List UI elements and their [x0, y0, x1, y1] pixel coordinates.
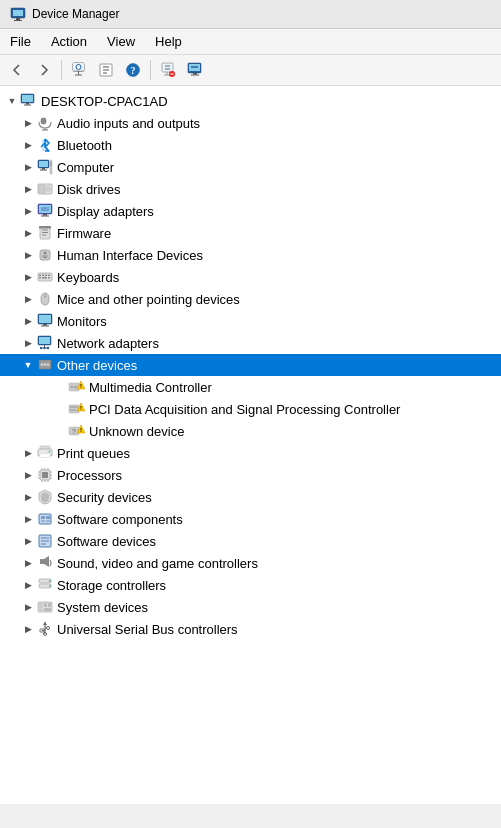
device-tree[interactable]: ▼ DESKTOP-CPAC1AD ▶ Audio inputs and out… [0, 86, 501, 804]
display-label: Display adapters [57, 204, 154, 219]
tree-node-hid[interactable]: ▶ Human Interface Devices [0, 244, 501, 266]
expand-computer[interactable]: ▶ [20, 159, 36, 175]
toolbar-btn-remove[interactable] [155, 58, 181, 82]
expand-display[interactable]: ▶ [20, 203, 36, 219]
tree-node-storage[interactable]: ▶ Storage controllers [0, 574, 501, 596]
expand-disk[interactable]: ▶ [20, 181, 36, 197]
keyboard-label: Keyboards [57, 270, 119, 285]
expand-storage[interactable]: ▶ [20, 577, 36, 593]
toolbar-btn-help[interactable]: ? [120, 58, 146, 82]
svg-point-85 [47, 363, 50, 366]
tree-node-security[interactable]: ▶ Security devices [0, 486, 501, 508]
tree-node-computer[interactable]: ▶ Computer [0, 156, 501, 178]
svg-rect-73 [43, 324, 47, 326]
tree-node-print[interactable]: ▶ Print queues [0, 442, 501, 464]
tree-node-usb[interactable]: ▶ Universal Serial Bus controllers [0, 618, 501, 640]
svg-rect-134 [44, 603, 47, 607]
tree-node-keyboard[interactable]: ▶ Keyboards [0, 266, 501, 288]
disk-label: Disk drives [57, 182, 121, 197]
firmware-label: Firmware [57, 226, 111, 241]
tree-node-sound[interactable]: ▶ Sound, video and game controllers [0, 552, 501, 574]
menu-view[interactable]: View [97, 31, 145, 52]
expand-security[interactable]: ▶ [20, 489, 36, 505]
icon-pci-warning: ! [68, 401, 86, 417]
tree-node-multimedia[interactable]: ! Multimedia Controller [0, 376, 501, 398]
icon-sound [36, 555, 54, 571]
hid-label: Human Interface Devices [57, 248, 203, 263]
expand-other[interactable]: ▼ [20, 357, 36, 373]
expand-monitors[interactable]: ▶ [20, 313, 36, 329]
expand-processors[interactable]: ▶ [20, 467, 36, 483]
tree-node-softdev[interactable]: ▶ Software devices [0, 530, 501, 552]
expand-softdev[interactable]: ▶ [20, 533, 36, 549]
tree-node-bluetooth[interactable]: ▶ Bluetooth [0, 134, 501, 156]
tree-node-network[interactable]: ▶ Network adapters [0, 332, 501, 354]
tree-node-display[interactable]: ▶ Display adapters [0, 200, 501, 222]
expand-hid[interactable]: ▶ [20, 247, 36, 263]
icon-bluetooth [36, 137, 54, 153]
svg-text:!: ! [80, 383, 82, 389]
svg-rect-49 [41, 216, 49, 217]
toolbar-btn-props[interactable] [93, 58, 119, 82]
svg-rect-38 [42, 168, 45, 170]
svg-text:!: ! [80, 427, 82, 433]
tree-node-monitors[interactable]: ▶ Monitors [0, 310, 501, 332]
expand-bluetooth[interactable]: ▶ [20, 137, 36, 153]
expand-print[interactable]: ▶ [20, 445, 36, 461]
expand-system[interactable]: ▶ [20, 599, 36, 615]
svg-rect-25 [193, 73, 197, 75]
back-button[interactable] [4, 58, 30, 82]
mice-label: Mice and other pointing devices [57, 292, 240, 307]
title-bar: Device Manager [0, 0, 501, 29]
tree-node-mice[interactable]: ▶ Mice and other pointing devices [0, 288, 501, 310]
expand-softcomp[interactable]: ▶ [20, 511, 36, 527]
svg-rect-64 [45, 275, 47, 277]
tree-node-processors[interactable]: ▶ Processors [0, 464, 501, 486]
svg-rect-127 [40, 559, 44, 564]
forward-button[interactable] [31, 58, 57, 82]
toolbar-btn-refresh[interactable] [66, 58, 92, 82]
icon-unknown-warning: ? ! [68, 423, 86, 439]
tree-node-system[interactable]: ▶ System devices [0, 596, 501, 618]
icon-computer-node [36, 159, 54, 175]
svg-rect-136 [44, 608, 51, 611]
expand-mice[interactable]: ▶ [20, 291, 36, 307]
toolbar-sep-2 [150, 60, 151, 80]
expand-firmware[interactable]: ▶ [20, 225, 36, 241]
tree-node-audio[interactable]: ▶ Audio inputs and outputs [0, 112, 501, 134]
audio-label: Audio inputs and outputs [57, 116, 200, 131]
expand-root[interactable]: ▼ [4, 93, 20, 109]
svg-text:?: ? [131, 65, 136, 76]
tree-node-firmware[interactable]: ▶ Firmware [0, 222, 501, 244]
menu-help[interactable]: Help [145, 31, 192, 52]
icon-computer [20, 93, 38, 109]
tree-node-unknown[interactable]: ? ! Unknown device [0, 420, 501, 442]
softdev-label: Software devices [57, 534, 156, 549]
svg-point-81 [47, 347, 49, 349]
multimedia-label: Multimedia Controller [89, 380, 212, 395]
tree-node-softcomp[interactable]: ▶ Software components [0, 508, 501, 530]
expand-sound[interactable]: ▶ [20, 555, 36, 571]
expand-usb[interactable]: ▶ [20, 621, 36, 637]
svg-text:?: ? [72, 427, 77, 436]
icon-network [36, 335, 54, 351]
icon-security [36, 489, 54, 505]
computer-label: Computer [57, 160, 114, 175]
menu-file[interactable]: File [0, 31, 41, 52]
toolbar-btn-scan[interactable] [182, 58, 208, 82]
icon-audio [36, 115, 54, 131]
tree-node-pci[interactable]: ! PCI Data Acquisition and Signal Proces… [0, 398, 501, 420]
sound-label: Sound, video and game controllers [57, 556, 258, 571]
tree-node-other[interactable]: ▼ Other devices [0, 354, 501, 376]
expand-keyboard[interactable]: ▶ [20, 269, 36, 285]
svg-rect-74 [41, 326, 49, 327]
system-label: System devices [57, 600, 148, 615]
svg-point-58 [44, 252, 47, 255]
tree-root[interactable]: ▼ DESKTOP-CPAC1AD [0, 90, 501, 112]
tree-node-disk[interactable]: ▶ Disk drives [0, 178, 501, 200]
expand-audio[interactable]: ▶ [20, 115, 36, 131]
menu-action[interactable]: Action [41, 31, 97, 52]
svg-text:!: ! [80, 405, 82, 411]
svg-rect-121 [41, 520, 45, 522]
expand-network[interactable]: ▶ [20, 335, 36, 351]
